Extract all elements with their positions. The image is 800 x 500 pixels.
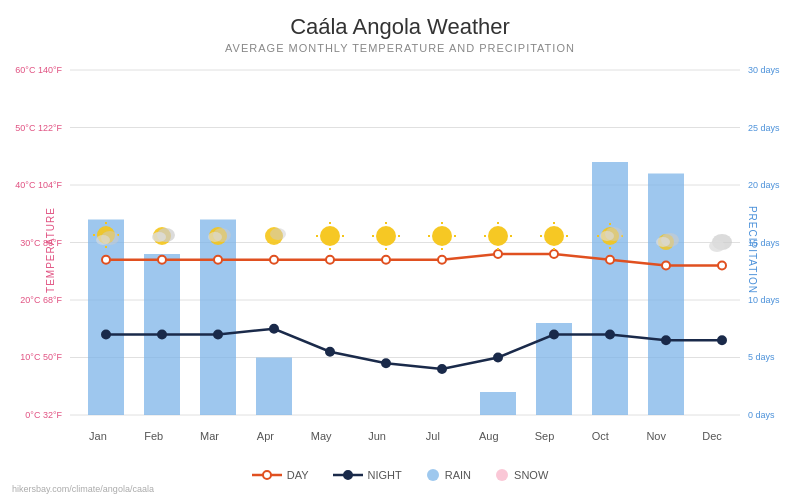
legend: DAY NIGHT RAIN SNOW (0, 468, 800, 482)
x-label-apr: Apr (237, 430, 293, 442)
svg-point-27 (376, 226, 396, 246)
x-label-oct: Oct (572, 430, 628, 442)
night-dot-mar (214, 331, 222, 339)
night-dot-jun (382, 359, 390, 367)
night-dot-nov (662, 336, 670, 344)
svg-point-63 (427, 469, 439, 481)
bar-jan (88, 220, 124, 416)
day-dot-aug (494, 250, 502, 258)
chart-container: Caála Angola Weather Average Monthly Tem… (0, 0, 800, 500)
day-dot-jun (382, 256, 390, 264)
cloud-apr (270, 228, 286, 240)
svg-point-37 (488, 226, 508, 246)
y-tick-0: 0°C 32°F (25, 410, 62, 420)
y-tick-40: 40°C 104°F (15, 180, 62, 190)
night-dot-sep (550, 331, 558, 339)
svg-point-42 (544, 226, 564, 246)
svg-point-22 (320, 226, 340, 246)
day-dot-mar (214, 256, 222, 264)
x-label-nov: Nov (628, 430, 684, 442)
y-tick-50: 50°C 122°F (15, 123, 62, 133)
day-dot-jan (102, 256, 110, 264)
y-tick-10: 10°C 50°F (20, 352, 62, 362)
x-label-jun: Jun (349, 430, 405, 442)
rain-legend-icon (426, 468, 440, 482)
main-chart (70, 70, 740, 415)
day-dot-oct (606, 256, 614, 264)
y-right-30: 30 days (748, 65, 780, 75)
legend-snow: SNOW (495, 468, 548, 482)
bar-apr (256, 358, 292, 416)
night-dot-oct (606, 331, 614, 339)
night-dot-apr (270, 325, 278, 333)
y-right-20: 20 days (748, 180, 780, 190)
x-axis: Jan Feb Mar Apr May Jun Jul Aug Sep Oct … (70, 430, 740, 442)
x-label-mar: Mar (182, 430, 238, 442)
x-label-dec: Dec (684, 430, 740, 442)
svg-point-14 (152, 232, 166, 242)
night-legend-icon (333, 470, 363, 480)
y-right-10: 10 days (748, 295, 780, 305)
y-right-5: 5 days (748, 352, 775, 362)
svg-point-62 (344, 471, 352, 479)
sun-jun (372, 222, 400, 250)
y-right-0: 0 days (748, 410, 775, 420)
x-label-jul: Jul (405, 430, 461, 442)
svg-point-60 (263, 471, 271, 479)
watermark: hikersbay.com/climate/angola/caala (12, 484, 154, 494)
sun-sep (540, 222, 568, 250)
x-label-jan: Jan (70, 430, 126, 442)
bar-dec (648, 174, 684, 416)
bar-mar (200, 220, 236, 416)
y-tick-20: 20°C 68°F (20, 295, 62, 305)
bar-nov (592, 162, 628, 415)
snow-legend-icon (495, 468, 509, 482)
sun-may (316, 222, 344, 250)
legend-night: NIGHT (333, 469, 402, 481)
svg-point-56 (656, 237, 670, 247)
y-tick-30: 30°C 86°F (20, 238, 62, 248)
legend-day: DAY (252, 469, 309, 481)
y-axis-right: 30 days 25 days 20 days 15 days 10 days … (742, 70, 800, 415)
legend-rain: RAIN (426, 468, 471, 482)
sun-jul (428, 222, 456, 250)
y-right-15: 15 days (748, 238, 780, 248)
svg-point-32 (432, 226, 452, 246)
day-dot-may (326, 256, 334, 264)
y-tick-60: 60°C 140°F (15, 65, 62, 75)
cloud-dec (709, 234, 732, 252)
night-temp-line (106, 329, 722, 369)
day-dot-feb (158, 256, 166, 264)
sun-aug (484, 222, 512, 250)
day-temp-line (106, 254, 722, 266)
day-dot-sep (550, 250, 558, 258)
night-dot-may (326, 348, 334, 356)
svg-point-19 (208, 232, 222, 242)
day-legend-icon (252, 470, 282, 480)
chart-subtitle: Average Monthly Temperature and Precipit… (0, 42, 800, 54)
bar-sep (480, 392, 516, 415)
day-dot-nov (662, 262, 670, 270)
x-label-may: May (293, 430, 349, 442)
night-dot-dec (718, 336, 726, 344)
svg-point-64 (496, 469, 508, 481)
x-label-aug: Aug (461, 430, 517, 442)
x-label-feb: Feb (126, 430, 182, 442)
y-axis-left: 60°C 140°F 50°C 122°F 40°C 104°F 30°C 86… (0, 70, 68, 415)
day-dot-dec (718, 262, 726, 270)
svg-point-16 (96, 235, 110, 245)
night-dot-jul (438, 365, 446, 373)
svg-point-53 (600, 231, 614, 241)
y-right-25: 25 days (748, 123, 780, 133)
day-dot-jul (438, 256, 446, 264)
svg-point-21 (270, 228, 286, 240)
night-dot-feb (158, 331, 166, 339)
day-dot-apr (270, 256, 278, 264)
svg-point-58 (709, 240, 725, 252)
chart-title: Caála Angola Weather (0, 0, 800, 40)
night-dot-jan (102, 331, 110, 339)
night-dot-aug (494, 354, 502, 362)
x-label-sep: Sep (517, 430, 573, 442)
